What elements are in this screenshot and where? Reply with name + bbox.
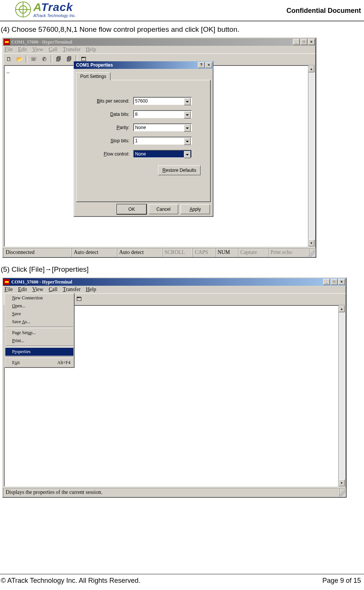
menu-view[interactable]: View	[32, 47, 44, 53]
menu-item-print[interactable]: Print...	[5, 337, 73, 345]
apply-button[interactable]: Apply	[180, 204, 210, 214]
vertical-scrollbar[interactable]: ▲ ▼	[308, 65, 314, 246]
window-titlebar[interactable]: COM1_57600 - HyperTerminal _ □ ×	[3, 278, 346, 286]
port-settings-tab[interactable]: Port Settings	[76, 72, 110, 80]
menu-call[interactable]: Call	[49, 286, 58, 293]
scroll-up-button[interactable]: ▲	[308, 65, 314, 72]
scroll-track[interactable]	[339, 312, 345, 479]
flow-control-combo[interactable]: None	[133, 150, 192, 158]
scroll-down-button[interactable]: ▼	[339, 479, 345, 486]
menu-transfer[interactable]: Transfer	[63, 286, 81, 293]
step-5-text: (5) Click [File]→[Properties]	[0, 258, 364, 277]
status-caps: CAPS	[192, 248, 215, 257]
maximize-button[interactable]: □	[300, 39, 307, 45]
step-4-text: (4) Choose 57600,8,N,1 None flow control…	[0, 23, 364, 37]
company-logo: ATrack ATrack Technology Inc.	[15, 0, 91, 19]
toolbar-open-icon[interactable]: 📂	[14, 54, 24, 64]
menu-view[interactable]: View	[32, 286, 44, 293]
cancel-button[interactable]: Cancel	[149, 204, 178, 214]
close-button[interactable]: ×	[308, 39, 315, 45]
toolbar-separator	[26, 55, 27, 63]
dropdown-arrow-icon[interactable]	[184, 111, 191, 118]
dialog-close-button[interactable]: ×	[205, 62, 212, 68]
status-autodetect-1: Auto detect	[71, 248, 117, 257]
bits-per-second-value: 57600	[135, 98, 148, 104]
menu-edit[interactable]: Edit	[18, 286, 27, 293]
toolbar-properties-icon[interactable]: 🗔	[74, 294, 84, 304]
minimize-button[interactable]: _	[323, 279, 330, 285]
menu-transfer[interactable]: Transfer	[63, 47, 81, 53]
restore-defaults-button[interactable]: Restore Defaults	[158, 165, 201, 175]
stop-bits-combo[interactable]: 1	[133, 137, 192, 145]
page-footer: © ATrack Technology Inc. All Rights Rese…	[0, 574, 364, 585]
logo-text-a: A	[33, 1, 41, 13]
window-title: COM1_57600 - HyperTerminal	[11, 39, 293, 45]
menu-file[interactable]: File	[5, 47, 13, 53]
dropdown-arrow-icon[interactable]	[184, 138, 191, 145]
menu-call[interactable]: Call	[49, 47, 58, 53]
toolbar-new-icon[interactable]: 🗋	[4, 54, 14, 64]
menu-item-save-as[interactable]: Save As...	[5, 318, 73, 326]
status-autodetect-2: Auto detect	[117, 248, 162, 257]
ok-button[interactable]: OK	[117, 204, 146, 214]
footer-page-number: Page 9 of 15	[322, 577, 361, 585]
bits-per-second-label: Bits per second:	[84, 98, 133, 104]
toolbar-receive-icon[interactable]: 🗐	[64, 54, 74, 64]
toolbar-connect-icon[interactable]: ☏	[29, 54, 39, 64]
toolbar-send-icon[interactable]: 🗐	[54, 54, 64, 64]
toolbar-disconnect-icon[interactable]: ✆	[39, 54, 49, 64]
flow-control-label: Flow control:	[84, 151, 133, 157]
status-printecho: Print echo	[268, 248, 309, 257]
dialog-title: COM1 Properties	[75, 62, 198, 68]
menu-help[interactable]: Help	[86, 47, 96, 53]
parity-value: None	[135, 125, 146, 130]
resize-grip[interactable]	[309, 248, 316, 257]
menu-separator	[6, 356, 73, 358]
status-scroll: SCROLL	[162, 248, 192, 257]
minimize-button[interactable]: _	[293, 39, 300, 45]
menu-item-new-connection[interactable]: New Connection	[5, 294, 73, 302]
dropdown-arrow-icon[interactable]	[184, 151, 191, 158]
data-bits-combo[interactable]: 8	[133, 110, 192, 118]
header-divider	[0, 20, 364, 22]
footer-copyright: © ATrack Technology Inc. All Rights Rese…	[1, 577, 140, 585]
help-button[interactable]: ?	[198, 62, 205, 68]
data-bits-label: Data bits:	[84, 112, 133, 117]
parity-label: Parity:	[84, 125, 133, 130]
menu-edit[interactable]: Edit	[18, 47, 27, 53]
scroll-down-button[interactable]: ▼	[308, 240, 314, 246]
menu-separator	[6, 327, 73, 328]
menu-separator	[6, 346, 73, 347]
vertical-scrollbar[interactable]: ▲ ▼	[338, 305, 345, 486]
status-capture: Capture	[238, 248, 268, 257]
com1-properties-dialog: COM1 Properties ? × Port Settings Bits p…	[73, 61, 213, 217]
status-bar: Displays the properties of the current s…	[3, 487, 346, 497]
menu-bar: File Edit View Call Transfer Help	[3, 286, 346, 293]
confidential-label: Confidential Document	[286, 0, 361, 15]
logo-target-icon	[15, 2, 31, 17]
dropdown-arrow-icon[interactable]	[184, 98, 191, 105]
menu-item-exit[interactable]: Exit Alt+F4	[5, 359, 73, 367]
menu-file[interactable]: File	[5, 286, 13, 293]
logo-text-track: Track	[41, 1, 73, 13]
menu-item-open[interactable]: Open...	[5, 302, 73, 310]
dropdown-arrow-icon[interactable]	[184, 125, 191, 132]
menu-item-save[interactable]: Save	[5, 310, 73, 318]
scroll-track[interactable]	[308, 72, 314, 240]
scroll-up-button[interactable]: ▲	[339, 305, 345, 312]
menu-help[interactable]: Help	[86, 286, 96, 293]
toolbar-separator	[51, 55, 52, 63]
menu-item-properties[interactable]: Properties	[5, 348, 73, 356]
parity-combo[interactable]: None	[133, 123, 192, 131]
exit-accelerator: Alt+F4	[57, 360, 70, 366]
dialog-titlebar[interactable]: COM1 Properties ? ×	[74, 61, 213, 69]
stop-bits-value: 1	[135, 138, 138, 143]
window-titlebar[interactable]: COM1_57600 - HyperTerminal _ □ ×	[3, 38, 316, 46]
maximize-button[interactable]: □	[331, 279, 338, 285]
close-button[interactable]: ×	[338, 279, 345, 285]
resize-grip[interactable]	[339, 488, 346, 497]
flow-control-value: None	[135, 151, 146, 157]
hyperterminal-window-2: COM1_57600 - HyperTerminal _ □ × File Ed…	[2, 277, 347, 498]
bits-per-second-combo[interactable]: 57600	[133, 97, 192, 105]
menu-item-page-setup[interactable]: Page Setup...	[5, 329, 73, 337]
